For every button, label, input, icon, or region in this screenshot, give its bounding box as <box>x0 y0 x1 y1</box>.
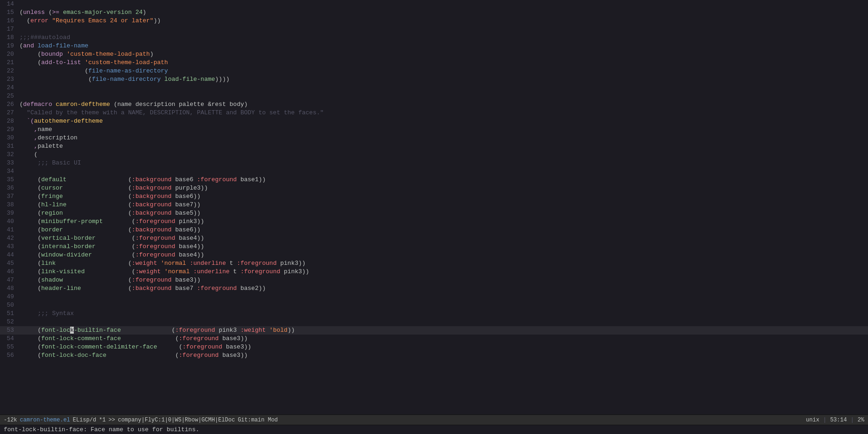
line-content-23: (file-name-directory load-file-name)))) <box>19 75 868 84</box>
line-content-51: ;;; Syntax <box>19 309 868 318</box>
line-num-33: 33 <box>0 159 19 167</box>
status-mode: ELisp/d <box>73 416 96 424</box>
line-content-55: (font-lock-comment-delimiter-face (:fore… <box>19 343 868 351</box>
line-num-25: 25 <box>0 92 19 100</box>
line-24: 24 <box>0 84 868 92</box>
line-34: 34 <box>0 167 868 176</box>
line-38: 38 (hl-line (:background base7)) <box>0 201 868 209</box>
editor: 14 15 (unless (>= emacs-major-version 24… <box>0 0 868 434</box>
line-content-27: "Called by the theme with a NAME, DESCRI… <box>19 109 868 117</box>
line-num-22: 22 <box>0 67 19 75</box>
status-bar-right: unix | 53:14 | 2% <box>806 416 864 424</box>
line-content-21: (add-to-list 'custom-theme-load-path <box>19 59 868 67</box>
line-num-32: 32 <box>0 151 19 159</box>
line-31: 31 ,palette <box>0 142 868 151</box>
line-56: 56 (font-lock-doc-face (:foreground base… <box>0 351 868 360</box>
line-content-43: (internal-border (:foreground base4)) <box>19 243 868 251</box>
code-area[interactable]: 14 15 (unless (>= emacs-major-version 24… <box>0 0 868 414</box>
line-num-48: 48 <box>0 284 19 293</box>
minibuffer: font-lock-builtin-face: Face name to use… <box>0 425 868 434</box>
status-sep1: | <box>823 416 826 424</box>
line-content-53: (font-lock-builtin-face (:foreground pin… <box>19 326 868 335</box>
line-num-45: 45 <box>0 259 19 268</box>
line-num-55: 55 <box>0 343 19 351</box>
line-25: 25 <box>0 92 868 100</box>
line-21: 21 (add-to-list 'custom-theme-load-path <box>0 59 868 67</box>
line-50: 50 <box>0 301 868 309</box>
line-num-53: 53 <box>0 326 19 335</box>
line-37: 37 (fringe (:background base6)) <box>0 192 868 201</box>
line-num-35: 35 <box>0 176 19 184</box>
status-git: Git:main Mod <box>238 416 278 424</box>
line-num-29: 29 <box>0 125 19 134</box>
line-num-37: 37 <box>0 192 19 201</box>
line-15: 15 (unless (>= emacs-major-version 24) <box>0 8 868 17</box>
line-27: 27 "Called by the theme with a NAME, DES… <box>0 109 868 117</box>
line-content-47: (shadow (:foreground base3)) <box>19 276 868 284</box>
line-num-21: 21 <box>0 59 19 67</box>
line-36: 36 (cursor (:background purple3)) <box>0 184 868 192</box>
line-content-36: (cursor (:background purple3)) <box>19 184 868 192</box>
line-53: 53 (font-lock-builtin-face (:foreground … <box>0 326 868 335</box>
line-26: 26 (defmacro camron-deftheme (name descr… <box>0 100 868 109</box>
minibuffer-text: font-lock-builtin-face: Face name to use… <box>4 426 199 434</box>
line-content-41: (border (:background base6)) <box>19 226 868 234</box>
line-content-45: (link (:weight 'normal :underline t :for… <box>19 259 868 268</box>
line-49: 49 <box>0 293 868 301</box>
line-content-48: (header-line (:background base7 :foregro… <box>19 284 868 293</box>
line-num-34: 34 <box>0 167 19 176</box>
status-percent: 2% <box>858 416 864 424</box>
line-num-27: 27 <box>0 109 19 117</box>
line-content-37: (fringe (:background base6)) <box>19 192 868 201</box>
line-num-18: 18 <box>0 33 19 42</box>
line-content-54: (font-lock-comment-face (:foreground bas… <box>19 335 868 343</box>
line-num-26: 26 <box>0 100 19 109</box>
line-num-31: 31 <box>0 142 19 151</box>
line-content-56: (font-lock-doc-face (:foreground base3)) <box>19 351 868 360</box>
line-content-38: (hl-line (:background base7)) <box>19 201 868 209</box>
line-33: 33 ;;; Basic UI <box>0 159 868 167</box>
line-42: 42 (vertical-border (:foreground base4)) <box>0 234 868 243</box>
line-content-28: `(autothemer-deftheme <box>19 117 868 125</box>
line-num-30: 30 <box>0 134 19 142</box>
line-35: 35 (default (:background base6 :foregrou… <box>0 176 868 184</box>
status-buffer-num: *1 <box>99 416 105 424</box>
line-14: 14 <box>0 0 868 8</box>
line-num-51: 51 <box>0 309 19 318</box>
line-num-52: 52 <box>0 318 19 326</box>
line-content-20: (boundp 'custom-theme-load-path) <box>19 50 868 59</box>
line-num-43: 43 <box>0 243 19 251</box>
line-22: 22 (file-name-as-directory <box>0 67 868 75</box>
line-28: 28 `(autothemer-deftheme <box>0 117 868 125</box>
line-content-31: ,palette <box>19 142 868 151</box>
line-content-18: ;;;###autoload <box>19 33 868 42</box>
line-content-29: ,name <box>19 125 868 134</box>
line-num-56: 56 <box>0 351 19 360</box>
line-num-17: 17 <box>0 25 19 33</box>
line-17: 17 <box>0 25 868 33</box>
line-content-16: (error "Requires Emacs 24 or later")) <box>19 17 868 25</box>
line-55: 55 (font-lock-comment-delimiter-face (:f… <box>0 343 868 351</box>
line-num-49: 49 <box>0 293 19 301</box>
line-52: 52 <box>0 318 868 326</box>
line-num-54: 54 <box>0 335 19 343</box>
line-num-14: 14 <box>0 0 19 8</box>
line-44: 44 (window-divider (:foreground base4)) <box>0 251 868 259</box>
line-content-39: (region (:background base5)) <box>19 209 868 217</box>
line-num-19: 19 <box>0 42 19 50</box>
line-num-16: 16 <box>0 17 19 25</box>
line-content-32: ( <box>19 151 868 159</box>
line-num-23: 23 <box>0 75 19 84</box>
status-bar-left: -12k camron-theme.el ELisp/d *1 >> compa… <box>4 416 802 424</box>
status-position: 53:14 <box>830 416 847 424</box>
line-19: 19 (and load-file-name <box>0 42 868 50</box>
line-num-24: 24 <box>0 84 19 92</box>
status-sep2: | <box>850 416 854 424</box>
line-20: 20 (boundp 'custom-theme-load-path) <box>0 50 868 59</box>
line-51: 51 ;;; Syntax <box>0 309 868 318</box>
line-num-50: 50 <box>0 301 19 309</box>
line-num-40: 40 <box>0 217 19 226</box>
line-content-40: (minibuffer-prompt (:foreground pink3)) <box>19 217 868 226</box>
line-num-39: 39 <box>0 209 19 217</box>
line-40: 40 (minibuffer-prompt (:foreground pink3… <box>0 217 868 226</box>
